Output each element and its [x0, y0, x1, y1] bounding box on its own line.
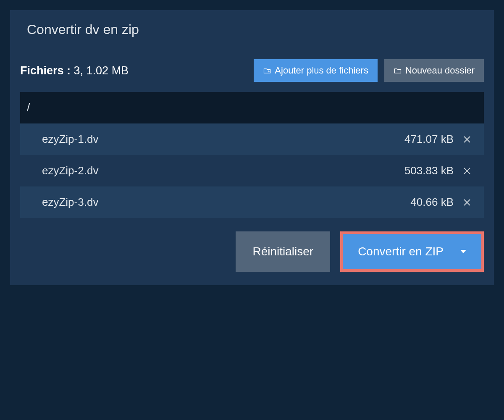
- file-name: ezyZip-2.dv: [32, 164, 98, 177]
- close-icon[interactable]: [462, 197, 472, 207]
- reset-button[interactable]: Réinitialiser: [236, 231, 330, 272]
- bottom-actions: Réinitialiser Convertir en ZIP: [20, 231, 484, 275]
- add-files-button[interactable]: Ajouter plus de fichiers: [254, 59, 378, 82]
- toolbar: Fichiers : 3, 1.02 MB Ajouter plus de fi…: [20, 59, 484, 82]
- file-list: / ezyZip-1.dv471.07 kBezyZip-2.dv503.83 …: [20, 92, 484, 218]
- file-name: ezyZip-1.dv: [32, 133, 98, 146]
- file-row: ezyZip-1.dv471.07 kB: [20, 123, 484, 155]
- reset-label: Réinitialiser: [252, 245, 313, 258]
- convert-button[interactable]: Convertir en ZIP: [343, 234, 481, 269]
- convert-label: Convertir en ZIP: [358, 245, 444, 258]
- caret-down-icon: [460, 250, 466, 253]
- file-size: 40.66 kB: [410, 196, 454, 209]
- convert-button-highlight: Convertir en ZIP: [340, 231, 484, 272]
- folder-icon: [394, 66, 402, 75]
- new-folder-label: Nouveau dossier: [405, 65, 475, 76]
- file-meta: 471.07 kB: [404, 133, 472, 146]
- file-name: ezyZip-3.dv: [32, 196, 98, 209]
- path-row[interactable]: /: [20, 92, 484, 123]
- conversion-panel: Convertir dv en zip Fichiers : 3, 1.02 M…: [10, 10, 494, 285]
- close-icon[interactable]: [462, 166, 472, 176]
- file-size: 471.07 kB: [404, 133, 454, 146]
- toolbar-buttons: Ajouter plus de fichiers Nouveau dossier: [254, 59, 484, 82]
- close-icon[interactable]: [462, 134, 472, 144]
- file-size: 503.83 kB: [404, 164, 454, 177]
- new-folder-button[interactable]: Nouveau dossier: [384, 59, 484, 82]
- file-row: ezyZip-3.dv40.66 kB: [20, 186, 484, 218]
- panel-body: Fichiers : 3, 1.02 MB Ajouter plus de fi…: [10, 49, 494, 285]
- file-meta: 40.66 kB: [410, 196, 472, 209]
- file-meta: 503.83 kB: [404, 164, 472, 177]
- add-files-label: Ajouter plus de fichiers: [275, 65, 368, 76]
- file-row: ezyZip-2.dv503.83 kB: [20, 155, 484, 186]
- file-summary-label: Fichiers :: [20, 64, 71, 77]
- file-summary-value: 3, 1.02 MB: [74, 64, 129, 77]
- folder-add-icon: [263, 66, 271, 75]
- file-summary: Fichiers : 3, 1.02 MB: [20, 64, 129, 77]
- tab-title: Convertir dv en zip: [10, 10, 156, 49]
